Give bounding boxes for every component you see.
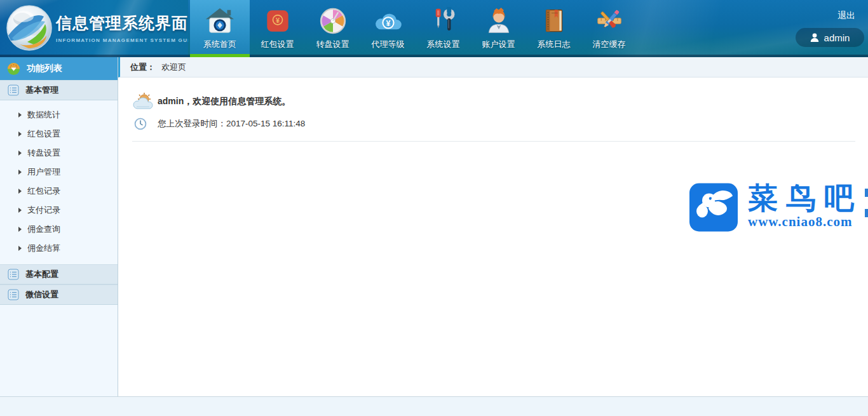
- nav-label: 红包设置: [261, 39, 294, 50]
- nav-label: 系统设置: [427, 39, 460, 50]
- sidebar-item-label: 红包设置: [27, 128, 60, 140]
- app-title-block: 信息管理系统界面 INFORMATION MANAGEMENT SYSTEM G…: [56, 13, 188, 43]
- weather-sun-cloud-icon: [132, 92, 158, 111]
- sidebar-section-basic-management[interactable]: 基本管理: [0, 80, 118, 100]
- nav-item-home[interactable]: 系统首页: [190, 0, 250, 57]
- list-icon: [8, 289, 19, 300]
- arrow-right-icon: [18, 208, 22, 213]
- clear-cache-icon: [595, 4, 623, 38]
- clipped-stamp-fragment: [865, 189, 868, 197]
- arrow-right-icon: [18, 170, 22, 175]
- last-login-time: 2017-05-15 16:11:48: [226, 119, 305, 128]
- current-user-button[interactable]: admin: [796, 28, 864, 47]
- clipped-stamp-fragment: [865, 209, 868, 217]
- clock-icon: [132, 117, 158, 130]
- content-divider: [132, 141, 855, 142]
- sidebar-section-label: 微信设置: [25, 289, 58, 300]
- nav-label: 系统首页: [203, 39, 236, 50]
- sidebar-item-label: 数据统计: [27, 109, 60, 121]
- agent-level-icon: ¥: [374, 4, 403, 38]
- app-logo-area: 信息管理系统界面 INFORMATION MANAGEMENT SYSTEM G…: [0, 0, 188, 57]
- sidebar-item-label: 支付记录: [27, 205, 60, 216]
- list-icon: [8, 269, 19, 280]
- arrow-right-icon: [18, 131, 22, 137]
- welcome-message: admin，欢迎使用信息管理系统。: [158, 96, 290, 107]
- tools-icon: [430, 4, 457, 38]
- nav-label: 代理等级: [372, 39, 405, 50]
- arrow-right-icon: [18, 112, 22, 117]
- nav-item-red-packet[interactable]: ¥ 红包设置: [250, 0, 305, 57]
- breadcrumb-current-page: 欢迎页: [161, 62, 186, 73]
- globe-sphere-logo-icon: [3, 3, 55, 55]
- sidebar-item-label: 佣金查询: [27, 224, 60, 235]
- svg-text:¥: ¥: [386, 19, 390, 28]
- watermark-site-name: 菜鸟吧: [748, 183, 862, 213]
- nav-label: 系统日志: [538, 39, 571, 50]
- welcome-panel: admin，欢迎使用信息管理系统。 您上次登录时间：2017-05-15 16:…: [132, 90, 855, 142]
- sidebar-section-label: 基本管理: [25, 84, 58, 96]
- function-list-icon: [7, 62, 20, 76]
- arrow-right-icon: [18, 189, 22, 194]
- sidebar-item-data-stats[interactable]: 数据统计: [0, 105, 118, 124]
- current-user-name: admin: [824, 32, 850, 43]
- sidebar-item-label: 红包记录: [27, 185, 60, 197]
- cniao8-watermark: 菜鸟吧 www.cniao8.com: [689, 183, 862, 232]
- nav-item-agent-level[interactable]: ¥ 代理等级: [360, 0, 416, 57]
- nav-item-system-log[interactable]: 系统日志: [526, 0, 581, 57]
- bird-logo-icon: [689, 183, 738, 232]
- last-login-row: 您上次登录时间：2017-05-15 16:11:48: [132, 115, 855, 133]
- account-icon: [485, 4, 512, 38]
- sidebar: 功能列表 基本管理 数据统计 红包设置 转盘设置 用户管理: [0, 57, 118, 396]
- sidebar-item-user-management[interactable]: 用户管理: [0, 163, 118, 182]
- breadcrumb-prefix: 位置：: [130, 62, 155, 73]
- sidebar-item-red-packet-settings[interactable]: 红包设置: [0, 124, 118, 144]
- last-login-text: 您上次登录时间：2017-05-15 16:11:48: [158, 118, 305, 130]
- sidebar-section-wechat-settings[interactable]: 微信设置: [0, 285, 118, 305]
- sidebar-section-basic-config[interactable]: 基本配置: [0, 264, 118, 285]
- welcome-greeting-row: admin，欢迎使用信息管理系统。: [132, 90, 855, 113]
- last-login-label: 您上次登录时间：: [158, 119, 226, 128]
- sidebar-item-wheel-settings[interactable]: 转盘设置: [0, 144, 118, 163]
- arrow-right-icon: [18, 151, 22, 156]
- red-packet-icon: ¥: [265, 4, 290, 38]
- arrow-right-icon: [18, 227, 22, 232]
- nav-label: 转盘设置: [316, 39, 349, 50]
- nav-item-system-settings[interactable]: 系统设置: [416, 0, 471, 57]
- nav-label: 清空缓存: [593, 39, 626, 50]
- sidebar-item-label: 用户管理: [27, 166, 60, 178]
- user-icon: [810, 33, 819, 42]
- log-book-icon: [541, 4, 567, 38]
- welcome-greeting-suffix: ，欢迎使用信息管理系统。: [184, 96, 290, 106]
- watermark-text-block: 菜鸟吧 www.cniao8.com: [748, 183, 862, 232]
- nav-item-account-settings[interactable]: 账户设置: [471, 0, 526, 57]
- prize-wheel-icon: [319, 4, 347, 38]
- sidebar-submenu-basic-management: 数据统计 红包设置 转盘设置 用户管理 红包记录 支付记录 佣金查询 佣金结算: [0, 100, 118, 264]
- sidebar-item-label: 佣金结算: [27, 243, 60, 254]
- sidebar-section-label: 基本配置: [25, 269, 58, 280]
- page-footer: [0, 396, 868, 416]
- arrow-right-icon: [18, 246, 22, 251]
- list-icon: [8, 84, 19, 96]
- watermark-site-url: www.cniao8.com: [748, 214, 862, 230]
- sidebar-title-bar: 功能列表: [0, 57, 118, 80]
- home-icon: [205, 4, 234, 38]
- sidebar-item-commission-settlement[interactable]: 佣金结算: [0, 239, 118, 258]
- welcome-username: admin: [158, 96, 184, 106]
- logout-button[interactable]: 退出: [837, 10, 855, 22]
- svg-text:¥: ¥: [275, 17, 279, 24]
- sidebar-title: 功能列表: [27, 63, 62, 74]
- sidebar-item-label: 转盘设置: [27, 147, 60, 159]
- clipped-stamp-fragments: [865, 189, 868, 227]
- app-subtitle: INFORMATION MANAGEMENT SYSTEM GUI: [56, 37, 188, 43]
- app-title: 信息管理系统界面: [56, 13, 188, 34]
- sidebar-item-red-packet-records[interactable]: 红包记录: [0, 182, 118, 201]
- nav-item-clear-cache[interactable]: 清空缓存: [581, 0, 637, 57]
- breadcrumb: 位置： 欢迎页: [118, 57, 868, 77]
- sidebar-item-commission-query[interactable]: 佣金查询: [0, 220, 118, 239]
- top-header: 信息管理系统界面 INFORMATION MANAGEMENT SYSTEM G…: [0, 0, 868, 57]
- nav-label: 账户设置: [482, 39, 515, 50]
- top-nav: 系统首页 ¥ 红包设置: [190, 0, 637, 57]
- sidebar-item-payment-records[interactable]: 支付记录: [0, 201, 118, 220]
- nav-item-prize-wheel[interactable]: 转盘设置: [305, 0, 360, 57]
